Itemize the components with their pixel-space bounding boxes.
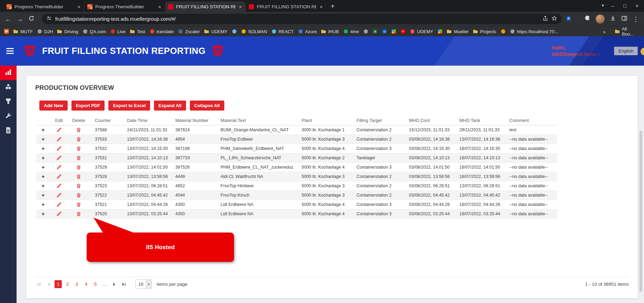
hamburger-menu-icon[interactable] xyxy=(6,48,14,54)
bookmark-item[interactable]: translate xyxy=(150,29,174,34)
bookmark-item[interactable]: DJH xyxy=(37,29,53,34)
edit-icon[interactable] xyxy=(56,164,62,170)
edit-icon[interactable] xyxy=(56,183,62,189)
edit-icon[interactable] xyxy=(56,174,62,179)
export-pdf-button[interactable]: Export PDF xyxy=(71,101,105,111)
bookmark-item[interactable] xyxy=(391,29,396,34)
profile-avatar[interactable] xyxy=(596,15,605,23)
share-icon[interactable] xyxy=(543,16,548,22)
column-header[interactable]: Material Number xyxy=(170,116,215,125)
bookmark-item[interactable]: Live xyxy=(110,29,126,34)
address-bar[interactable]: fruitfillingstationreporting-test.ads.mu… xyxy=(42,14,562,24)
vertical-scrollbar[interactable] xyxy=(640,131,642,292)
bookmark-item[interactable] xyxy=(438,29,442,34)
page-size-select[interactable]: 10 ▾ xyxy=(135,280,152,289)
minimize-button[interactable]: – xyxy=(612,3,614,9)
bookmark-item[interactable]: Azure xyxy=(298,29,317,34)
first-page-button[interactable] xyxy=(35,281,43,288)
bookmark-item[interactable]: REACT xyxy=(272,29,294,34)
bookmark-item[interactable]: QA.com xyxy=(83,29,106,34)
expand-row-button[interactable]: + xyxy=(42,211,45,216)
expand-row-button[interactable]: + xyxy=(42,136,45,142)
expand-row-button[interactable]: + xyxy=(42,155,45,160)
page-number-button[interactable]: 1 xyxy=(55,280,62,288)
delete-icon[interactable] xyxy=(76,127,81,133)
expand-row-button[interactable]: + xyxy=(42,192,45,198)
browser-tab[interactable]: FRUIT FILLING STATION REPORT × xyxy=(246,1,326,12)
downloads-icon[interactable] xyxy=(610,15,616,23)
page-number-button[interactable]: 4 xyxy=(82,280,90,288)
new-tab-button[interactable]: + xyxy=(326,2,339,12)
delete-icon[interactable] xyxy=(76,192,81,198)
page-number-button[interactable]: 3 xyxy=(73,280,80,288)
edit-icon[interactable] xyxy=(56,146,62,151)
bookmark-item[interactable]: Mueller xyxy=(447,29,469,34)
delete-icon[interactable] xyxy=(76,183,81,189)
tab-close-icon[interactable]: × xyxy=(157,4,162,10)
column-header[interactable]: Filling Target xyxy=(351,116,403,125)
bookmark-item[interactable]: Zscaler xyxy=(178,29,200,34)
sidebar-item-reports[interactable] xyxy=(0,124,17,138)
expand-row-button[interactable]: + xyxy=(42,183,45,188)
url-text[interactable]: fruitfillingstationreporting-test.ads.mu… xyxy=(55,16,176,22)
edit-icon[interactable] xyxy=(56,127,62,133)
bookmarks-overflow-chevron[interactable]: » xyxy=(603,29,606,35)
sidebar-item-settings[interactable] xyxy=(0,109,17,124)
tab-search-chevron-icon[interactable]: ▾ xyxy=(602,3,604,8)
delete-icon[interactable] xyxy=(76,155,81,161)
bookmark-item[interactable]: UDEMY xyxy=(410,29,433,34)
page-number-button[interactable]: 2 xyxy=(64,280,71,288)
reload-button[interactable] xyxy=(28,15,35,23)
expand-row-button[interactable]: + xyxy=(42,202,45,207)
bookmark-item[interactable]: SOLMAN xyxy=(241,29,267,34)
export-excel-button[interactable]: Export to Excel xyxy=(108,101,150,111)
bookmark-item[interactable] xyxy=(363,29,368,34)
close-button[interactable]: × xyxy=(636,3,638,9)
bookmark-item[interactable] xyxy=(382,29,387,34)
bookmark-item[interactable]: Test xyxy=(130,29,145,34)
extensions-puzzle-icon[interactable] xyxy=(584,15,591,23)
bookmark-item[interactable]: UDEMY xyxy=(204,29,227,34)
bookmark-item[interactable]: MUTF xyxy=(13,29,33,34)
expand-row-button[interactable]: + xyxy=(42,127,45,132)
delete-icon[interactable] xyxy=(76,146,81,151)
bookmark-item[interactable]: Projects xyxy=(473,29,496,34)
column-header[interactable]: Date Time xyxy=(121,116,170,125)
browser-tab[interactable]: Progress ThemeBuilder × xyxy=(84,1,165,12)
bookmark-star-icon[interactable] xyxy=(552,16,557,22)
browser-menu-kebab-icon[interactable]: ⋮ xyxy=(633,16,639,22)
all-bookmarks-button[interactable]: All Boo... xyxy=(615,26,640,37)
tab-close-icon[interactable]: × xyxy=(77,4,81,10)
next-page-button[interactable] xyxy=(110,281,118,288)
prev-page-button[interactable] xyxy=(45,281,52,288)
column-header[interactable]: MHD Cont xyxy=(403,116,454,125)
sidebar-item-production-overview[interactable] xyxy=(0,66,17,80)
forward-button[interactable]: → xyxy=(17,16,23,22)
side-panel-icon[interactable] xyxy=(621,15,627,23)
expand-row-button[interactable]: + xyxy=(42,174,45,179)
add-new-button[interactable]: Add New xyxy=(39,101,68,111)
bookmark-item[interactable] xyxy=(373,29,378,34)
delete-icon[interactable] xyxy=(76,202,81,207)
column-header[interactable]: Material Text xyxy=(215,116,296,125)
edit-icon[interactable] xyxy=(56,211,62,217)
edit-icon[interactable] xyxy=(56,155,62,161)
back-button[interactable]: ← xyxy=(5,16,11,22)
tab-close-icon[interactable]: × xyxy=(238,4,243,10)
delete-icon[interactable] xyxy=(76,136,81,142)
column-header[interactable]: Delete xyxy=(68,116,89,125)
bookmark-item[interactable] xyxy=(232,29,237,34)
expand-row-button[interactable]: + xyxy=(42,164,45,170)
collapse-all-button[interactable]: Collapse All xyxy=(190,101,224,111)
column-header[interactable]: MHD Tank xyxy=(454,116,504,125)
edit-icon[interactable] xyxy=(56,202,62,207)
tab-close-icon[interactable]: × xyxy=(319,4,323,10)
browser-tab[interactable]: FRUIT FILLING STATION REPORT × xyxy=(165,1,246,12)
delete-icon[interactable] xyxy=(76,174,81,179)
bookmark-item[interactable] xyxy=(501,29,506,34)
page-number-button[interactable]: ... xyxy=(101,280,108,288)
site-info-icon[interactable] xyxy=(46,16,52,22)
maximize-button[interactable]: □ xyxy=(623,3,626,9)
edit-icon[interactable] xyxy=(56,136,62,142)
sidebar-item-filling-station[interactable] xyxy=(0,95,17,109)
